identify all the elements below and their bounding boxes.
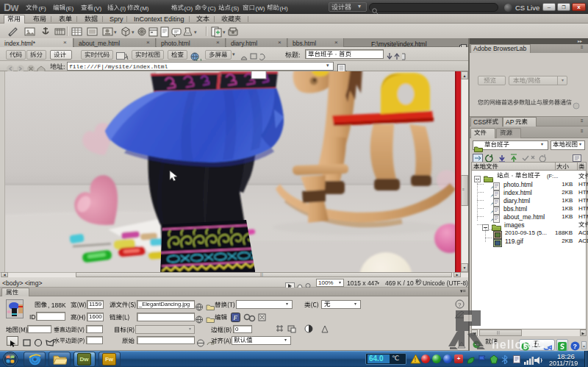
svg-text:?: ?: [458, 302, 462, 308]
svg-text:F: F: [233, 314, 238, 321]
svg-text:?: ?: [573, 343, 578, 350]
svg-text:!: !: [415, 356, 417, 363]
